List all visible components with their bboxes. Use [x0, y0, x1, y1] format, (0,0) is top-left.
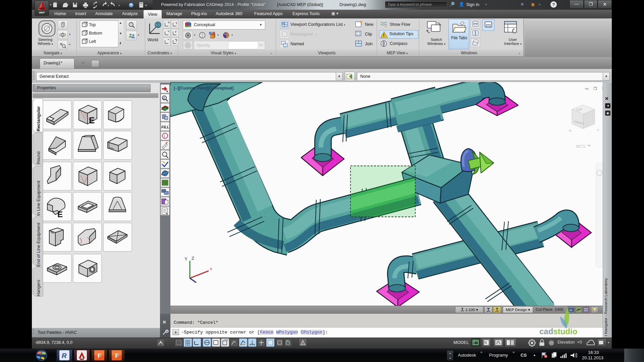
- svg-text:▾: ▾: [118, 4, 120, 7]
- svg-text:!: !: [383, 33, 384, 38]
- svg-text:FILL: FILL: [161, 125, 169, 129]
- svg-text:Rectangular: Rectangular: [36, 106, 41, 131]
- svg-text:i: i: [164, 134, 165, 138]
- svg-text:Y: Y: [184, 256, 187, 261]
- svg-text:R: R: [62, 352, 67, 359]
- svg-text:▾: ▾: [145, 4, 147, 7]
- svg-text:In Line Equipment: In Line Equipment: [36, 181, 41, 216]
- svg-text:F: F: [98, 352, 102, 359]
- svg-text:F: F: [115, 352, 119, 359]
- svg-text:d: d: [163, 97, 165, 100]
- svg-text:E: E: [57, 210, 63, 219]
- svg-text:▾: ▾: [108, 4, 109, 7]
- svg-text:End of Line Equipment: End of Line Equipment: [36, 223, 41, 267]
- svg-text:Hangers: Hangers: [36, 280, 41, 296]
- svg-text:N: N: [484, 341, 487, 345]
- svg-text:WCS: WCS: [576, 144, 585, 149]
- svg-text:Z: Z: [192, 256, 194, 261]
- svg-text:E: E: [89, 115, 95, 125]
- svg-text:Round: Round: [36, 152, 41, 164]
- svg-text:x: x: [210, 266, 212, 271]
